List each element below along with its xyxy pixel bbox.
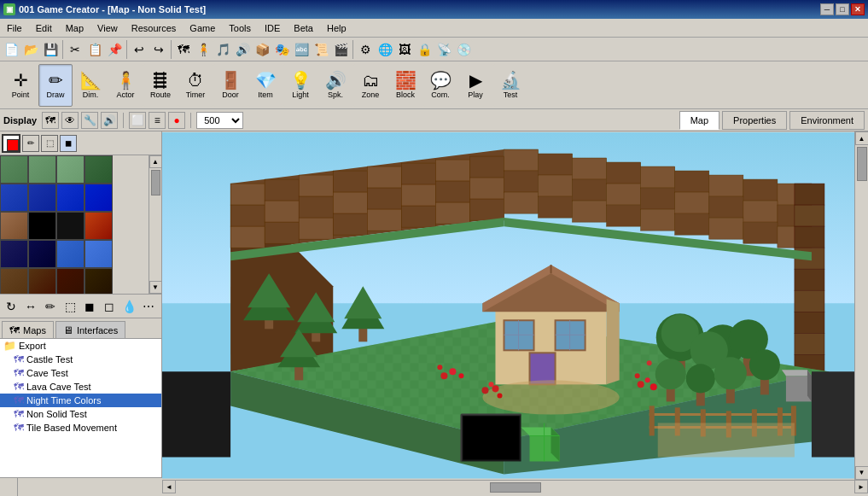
tb-music[interactable]: 🎵 <box>213 40 232 59</box>
tb-script[interactable]: 📜 <box>312 40 330 59</box>
palette-cell-19[interactable] <box>84 268 113 294</box>
hscroll-right[interactable]: ► <box>854 480 868 493</box>
palette-cell-5[interactable] <box>28 184 56 212</box>
palette-cell-18[interactable] <box>56 268 84 294</box>
palette-cell-8[interactable] <box>0 212 28 240</box>
menu-view[interactable]: View <box>90 19 125 37</box>
palette-cell-12[interactable] <box>0 240 28 268</box>
menu-game[interactable]: Game <box>183 19 222 37</box>
pt-more[interactable]: ⋯ <box>139 297 158 316</box>
tb-text[interactable]: 🔤 <box>292 40 311 59</box>
tool-timer[interactable]: ⏱ Timer <box>178 64 213 107</box>
minimize-button[interactable]: ─ <box>820 3 834 15</box>
palette-cell-9[interactable] <box>28 212 56 240</box>
tab-maps[interactable]: 🗺 Maps <box>2 321 54 338</box>
tool-actor[interactable]: 🧍 Actor <box>108 64 143 107</box>
close-button[interactable]: ✕ <box>851 3 865 15</box>
tree-item-lava-cave[interactable]: 🗺 Lava Cave Test <box>0 380 161 394</box>
tool-light[interactable]: 💡 Light <box>283 64 317 107</box>
palette-cell-10[interactable] <box>56 212 84 240</box>
palette-cell-4[interactable] <box>0 184 28 212</box>
vscroll-up[interactable]: ▲ <box>855 131 869 145</box>
pt-fill[interactable]: ◼ <box>80 297 99 316</box>
pt-erase[interactable]: ◻ <box>100 297 119 316</box>
palette-cell-6[interactable] <box>56 184 84 212</box>
disp-bar-icon[interactable]: ≡ <box>149 112 166 129</box>
tool-spk[interactable]: 🔊 Spk. <box>318 64 352 107</box>
pt-select[interactable]: ⬚ <box>61 297 79 316</box>
tool-item[interactable]: 💎 Item <box>248 64 283 107</box>
menu-resources[interactable]: Resources <box>125 19 184 37</box>
tb-copy[interactable]: 📋 <box>85 40 104 59</box>
tb-actor[interactable]: 🧍 <box>194 40 213 59</box>
disp-tools-icon[interactable]: 🔧 <box>81 112 98 129</box>
tab-interfaces[interactable]: 🖥 Interfaces <box>55 321 125 338</box>
fill-mode[interactable]: ◼ <box>60 135 77 152</box>
palette-cell-16[interactable] <box>0 268 28 294</box>
menu-tools[interactable]: Tools <box>222 19 258 37</box>
tree-item-castle-test[interactable]: 🗺 Castle Test <box>0 353 161 366</box>
tab-map[interactable]: Map <box>679 111 719 130</box>
tb-redo[interactable]: ↪ <box>149 40 168 59</box>
tool-draw[interactable]: ✏ Draw <box>38 64 73 107</box>
tool-door[interactable]: 🚪 Door <box>213 64 248 107</box>
disp-grid-icon[interactable]: ⬜ <box>129 112 146 129</box>
palette-cell-2[interactable] <box>56 155 84 184</box>
palette-cell-15[interactable] <box>84 240 113 268</box>
palette-cell-14[interactable] <box>56 240 84 268</box>
menu-edit[interactable]: Edit <box>29 19 59 37</box>
tb-globe[interactable]: 🌐 <box>376 40 394 59</box>
tree-item-tile-movement[interactable]: 🗺 Tile Based Movement <box>0 421 161 435</box>
tb-paste[interactable]: 📌 <box>105 40 124 59</box>
map-canvas[interactable] <box>162 131 854 480</box>
tb-map[interactable]: 🗺 <box>174 40 193 59</box>
palette-scroll-up[interactable]: ▲ <box>149 155 162 168</box>
tool-block[interactable]: 🧱 Block <box>388 64 422 107</box>
palette-cell-7[interactable] <box>84 184 113 212</box>
palette-cell-17[interactable] <box>28 268 56 294</box>
hscroll-left[interactable]: ◄ <box>162 480 176 493</box>
disp-red-icon[interactable]: ● <box>168 112 185 129</box>
tool-dim[interactable]: 📐 Dim. <box>73 64 108 107</box>
pt-rotate[interactable]: ↻ <box>2 297 20 316</box>
tb-image[interactable]: 🖼 <box>395 40 414 59</box>
tool-play[interactable]: ▶ Play <box>458 64 492 107</box>
menu-map[interactable]: Map <box>59 19 90 37</box>
pt-pen[interactable]: ✏ <box>41 297 60 316</box>
menu-help[interactable]: Help <box>320 19 353 37</box>
palette-cell-0[interactable] <box>0 155 28 184</box>
disp-sound-icon[interactable]: 🔊 <box>101 112 118 129</box>
tb-disc[interactable]: 💿 <box>454 40 473 59</box>
tree-item-night-colors[interactable]: 🗺 Night Time Colors <box>0 394 161 407</box>
hscroll-thumb[interactable] <box>490 482 541 493</box>
vscroll-down[interactable]: ▼ <box>855 466 869 480</box>
tree-item-cave-test[interactable]: 🗺 Cave Test <box>0 366 161 380</box>
select-mode[interactable]: ⬚ <box>41 135 58 152</box>
menu-beta[interactable]: Beta <box>287 19 320 37</box>
tree-item-non-solid[interactable]: 🗺 Non Solid Test <box>0 407 161 421</box>
tb-cut[interactable]: ✂ <box>66 40 84 59</box>
bg-color-swatch[interactable] <box>2 134 20 153</box>
tb-settings[interactable]: ⚙ <box>356 40 375 59</box>
tool-route[interactable]: 🛤 Route <box>143 64 178 107</box>
disp-eye-icon[interactable]: 👁 <box>61 112 79 129</box>
palette-scroll-thumb[interactable] <box>151 170 160 195</box>
tb-lock[interactable]: 🔒 <box>415 40 434 59</box>
tb-upload[interactable]: 📡 <box>434 40 453 59</box>
zoom-dropdown[interactable]: 100 200 300 500 1000 <box>196 112 243 129</box>
titlebar-buttons[interactable]: ─ □ ✕ <box>820 3 865 15</box>
pt-eyedrop[interactable]: 💧 <box>119 297 138 316</box>
menu-file[interactable]: File <box>0 19 29 37</box>
tb-face[interactable]: 🎭 <box>272 40 291 59</box>
palette-cell-3[interactable] <box>84 155 113 184</box>
maximize-button[interactable]: □ <box>836 3 849 15</box>
pt-flip-h[interactable]: ↔ <box>21 297 40 316</box>
tab-properties[interactable]: Properties <box>722 111 787 130</box>
tool-test[interactable]: 🔬 Test <box>493 64 527 107</box>
vscroll-thumb[interactable] <box>857 147 867 181</box>
palette-cell-11[interactable] <box>84 212 113 240</box>
tb-save[interactable]: 💾 <box>41 40 60 59</box>
tool-point[interactable]: ✛ Point <box>3 64 38 107</box>
fg-color-swatch[interactable] <box>7 139 19 151</box>
tb-new[interactable]: 📄 <box>2 40 20 59</box>
